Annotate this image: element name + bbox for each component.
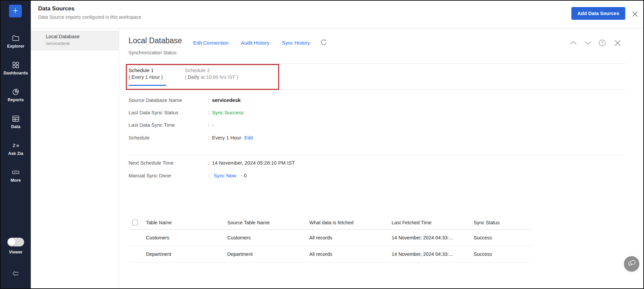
- source-name: Local Database: [46, 34, 115, 39]
- sidebar: Explorer Dashboards Reports Data Ask Zia: [1, 1, 31, 288]
- column-header: Source Table Name: [227, 220, 309, 225]
- create-new-button[interactable]: [9, 5, 22, 17]
- tab-subtitle: ( Daily at 10:00 hrs IST ): [185, 74, 238, 80]
- table-row[interactable]: Department Department All records 14 Nov…: [129, 246, 531, 263]
- status-badge: Sync Success: [212, 110, 243, 115]
- data-table-icon: [12, 115, 20, 123]
- sync-history-link[interactable]: Sync History: [282, 40, 310, 46]
- dashboard-grid-icon: [12, 61, 20, 69]
- tab-title: Schedule 1: [129, 67, 163, 73]
- svg-text:?: ?: [601, 41, 603, 45]
- viewer-toggle[interactable]: [7, 238, 24, 246]
- tab-title: Schedule 2: [185, 67, 238, 73]
- close-icon[interactable]: [631, 10, 639, 18]
- previous-chevron-up-icon[interactable]: [569, 39, 578, 47]
- sidebar-item-more[interactable]: More: [1, 168, 31, 186]
- data-source-list: Local Database servicedesk: [31, 28, 119, 288]
- field-manual-sync-done: Manual Sync Done:Sync Now- 0: [129, 173, 247, 178]
- viewer-toggle-label: Viewer: [9, 250, 23, 254]
- sidebar-item-reports[interactable]: Reports: [1, 88, 31, 106]
- table-row[interactable]: Customers Customers All records 14 Novem…: [129, 230, 531, 246]
- sidebar-item-dashboards[interactable]: Dashboards: [1, 61, 31, 79]
- next-chevron-down-icon[interactable]: [584, 39, 592, 47]
- sidebar-item-label: Explorer: [7, 44, 24, 49]
- edit-schedule-link[interactable]: Edit: [244, 135, 253, 140]
- divider: [129, 63, 625, 64]
- refresh-icon[interactable]: [320, 38, 328, 46]
- sidebar-item-label: Dashboards: [3, 71, 28, 75]
- source-list-item-local-database[interactable]: Local Database servicedesk: [31, 31, 119, 50]
- source-detail-panel: Local Database Edit Connection Audit His…: [119, 28, 643, 288]
- field-value: -: [212, 122, 214, 128]
- pie-chart-icon: [12, 88, 20, 96]
- row-sync-status: Success: [474, 235, 531, 240]
- tables-sync-table: Table Name Source Table Name What data i…: [129, 216, 531, 263]
- sidebar-item-ask-zia[interactable]: Ask Zia: [1, 141, 31, 160]
- chat-support-button[interactable]: [624, 256, 639, 272]
- sidebar-item-label: More: [11, 178, 21, 183]
- chat-bubbles-icon: [627, 259, 636, 269]
- audit-history-link[interactable]: Audit History: [241, 40, 269, 46]
- column-header: Sync Status: [474, 220, 531, 225]
- source-database-name: servicedesk: [46, 41, 115, 46]
- detail-title: Local Database: [129, 36, 182, 45]
- add-data-sources-button[interactable]: Add Data Sources: [571, 7, 625, 20]
- field-last-data-sync-status: Last Data Sync Status:Sync Success: [129, 110, 243, 115]
- active-tab-indicator: [129, 85, 166, 86]
- collapse-sidebar-icon[interactable]: [11, 269, 20, 278]
- tab-schedule-1[interactable]: Schedule 1 ( Every 1 Hour ): [129, 67, 163, 80]
- row-sync-status: Success: [474, 251, 531, 257]
- help-icon[interactable]: ?: [598, 39, 607, 47]
- column-header: Table Name: [146, 220, 227, 225]
- zia-icon: [12, 141, 20, 150]
- sync-now-link[interactable]: Sync Now: [214, 173, 236, 178]
- sidebar-item-explorer[interactable]: Explorer: [1, 34, 31, 52]
- sync-count: - 0: [241, 173, 247, 178]
- column-header: What data is fetched: [309, 220, 392, 225]
- toggle-knob: [8, 238, 15, 246]
- field-value: servicedesk: [212, 97, 241, 103]
- select-all-checkbox[interactable]: [132, 220, 138, 225]
- more-ellipsis-icon: [12, 168, 20, 176]
- sidebar-item-data[interactable]: Data: [1, 115, 31, 133]
- section-label: Synchronization Status: [129, 50, 176, 55]
- tab-schedule-2[interactable]: Schedule 2 ( Daily at 10:00 hrs IST ): [185, 67, 238, 80]
- close-detail-icon[interactable]: [613, 39, 622, 47]
- column-header: Last Fetched Time: [392, 220, 474, 225]
- divider: [129, 89, 625, 90]
- field-value: Every 1 Hour: [212, 135, 241, 140]
- plus-icon: [12, 7, 19, 15]
- edit-connection-link[interactable]: Edit Connection: [193, 40, 229, 46]
- sidebar-item-label: Reports: [8, 98, 24, 102]
- tab-subtitle: ( Every 1 Hour ): [129, 74, 163, 80]
- page-title: Data Sources: [38, 5, 75, 12]
- field-source-database-name: Source Database Name:servicedesk: [129, 97, 241, 103]
- folder-icon: [12, 34, 20, 42]
- table-header-row: Table Name Source Table Name What data i…: [129, 216, 531, 230]
- divider: [129, 155, 625, 155]
- page-header: Data Sources Data Source imports configu…: [31, 1, 643, 28]
- field-schedule: Schedule:Every 1 HourEdit: [129, 135, 253, 140]
- field-value: 14 November, 2024 05:28:10 PM IST: [212, 160, 295, 166]
- field-next-schedule-time: Next Schedule Time:14 November, 2024 05:…: [129, 160, 295, 166]
- sidebar-item-label: Data: [11, 124, 20, 129]
- app-window: Explorer Dashboards Reports Data Ask Zia: [0, 0, 644, 289]
- sidebar-item-label: Ask Zia: [8, 151, 23, 156]
- field-last-data-sync-time: Last Data Sync Time:-: [129, 122, 214, 128]
- page-subtitle: Data Source imports configured in this w…: [38, 14, 141, 20]
